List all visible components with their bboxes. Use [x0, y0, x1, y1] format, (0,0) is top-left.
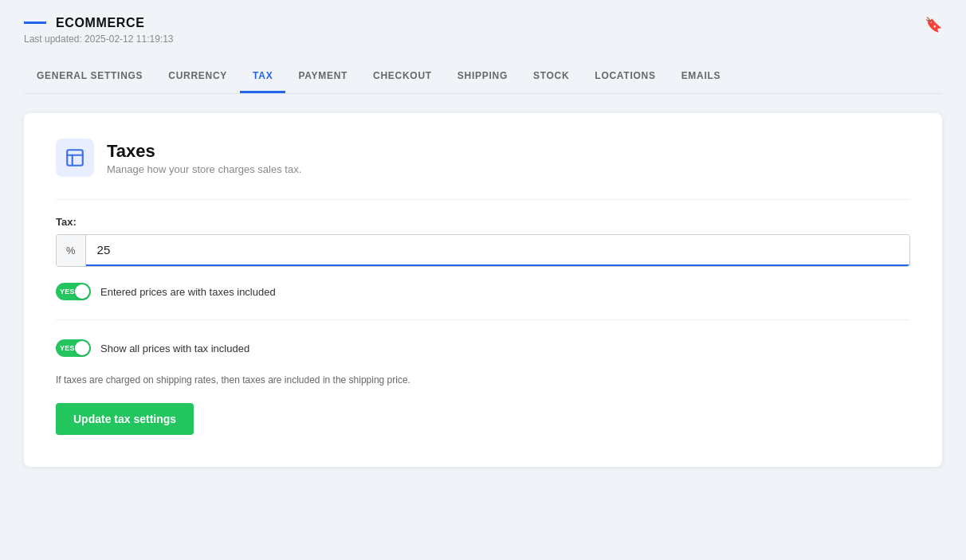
toggle-show-prices[interactable]: YES: [56, 339, 91, 357]
app-title: ECOMMERCE: [24, 16, 174, 30]
toggle-yes-label: YES: [60, 288, 75, 296]
bookmark-icon[interactable]: 🔖: [925, 16, 942, 33]
card-header: Taxes Manage how your store charges sale…: [56, 139, 910, 177]
tab-locations[interactable]: LOCATIONS: [582, 61, 668, 93]
tab-tax[interactable]: TAX: [240, 61, 285, 93]
taxes-card: Taxes Manage how your store charges sale…: [24, 113, 942, 467]
tab-bar: GENERAL SETTINGS CURRENCY TAX PAYMENT CH…: [24, 61, 942, 94]
toggle-2-label: Show all prices with tax included: [100, 343, 249, 354]
tab-payment[interactable]: PAYMENT: [285, 61, 360, 93]
toggle-thumb-2: [75, 341, 89, 355]
tax-input[interactable]: [86, 235, 909, 266]
tab-currency[interactable]: CURRENCY: [155, 61, 240, 93]
tax-prefix: %: [57, 235, 86, 266]
card-subtitle: Manage how your store charges sales tax.: [107, 163, 301, 175]
title-accent: [24, 22, 46, 24]
tab-shipping[interactable]: SHIPPING: [445, 61, 520, 93]
tab-emails[interactable]: EMAILS: [669, 61, 734, 93]
update-tax-settings-button[interactable]: Update tax settings: [56, 403, 194, 435]
tax-input-group: %: [56, 234, 910, 267]
taxes-icon: [56, 139, 94, 177]
toggle-yes-label-2: YES: [60, 344, 75, 352]
last-updated: Last updated: 2025-02-12 11:19:13: [24, 33, 174, 45]
tab-general-settings[interactable]: GENERAL SETTINGS: [24, 61, 155, 93]
info-text: If taxes are charged on shipping rates, …: [56, 373, 910, 387]
divider-1: [56, 199, 910, 200]
toggle-taxes-included[interactable]: YES: [56, 283, 91, 300]
card-title: Taxes: [107, 141, 301, 162]
tab-checkout[interactable]: CHECKOUT: [360, 61, 445, 93]
svg-rect-0: [67, 150, 83, 166]
tab-stock[interactable]: STOCK: [520, 61, 582, 93]
toggle-row-1: YES Entered prices are with taxes includ…: [56, 283, 910, 300]
toggle-row-2: YES Show all prices with tax included: [56, 339, 910, 357]
divider-2: [56, 319, 910, 320]
toggle-1-label: Entered prices are with taxes included: [100, 286, 276, 298]
toggle-thumb: [75, 284, 89, 299]
tax-field-label: Tax:: [56, 216, 910, 228]
